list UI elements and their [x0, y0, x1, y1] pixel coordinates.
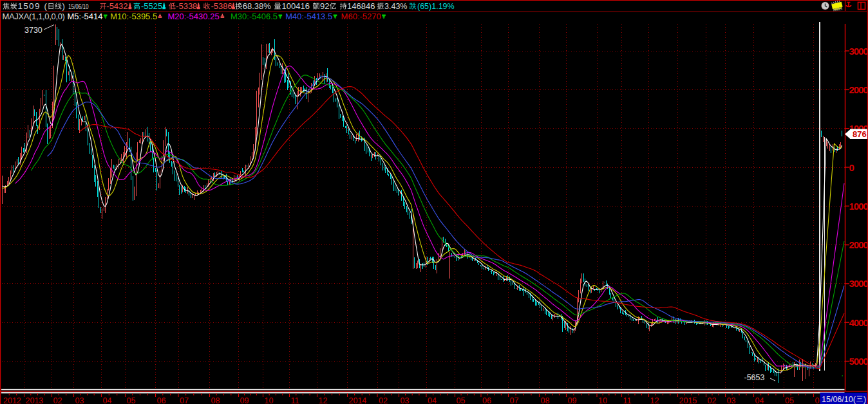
- svg-text:5000: 5000: [849, 356, 868, 367]
- svg-text:2000: 2000: [849, 84, 868, 95]
- svg-text:-5432: -5432: [106, 1, 127, 11]
- svg-text:06: 06: [482, 396, 491, 404]
- svg-text:04: 04: [755, 396, 764, 404]
- svg-text:05: 05: [785, 396, 794, 404]
- svg-text:09: 09: [240, 396, 249, 404]
- svg-text:2012: 2012: [3, 396, 21, 404]
- svg-text:2014: 2014: [349, 396, 367, 404]
- svg-text:02: 02: [53, 396, 62, 404]
- svg-text:(65)1.19%: (65)1.19%: [417, 2, 455, 11]
- svg-text:12: 12: [650, 396, 659, 404]
- svg-text:3.43%: 3.43%: [384, 2, 407, 11]
- svg-text:10: 10: [265, 396, 274, 404]
- svg-text:09: 09: [568, 396, 577, 404]
- svg-text:02: 02: [708, 396, 717, 404]
- svg-text:2015: 2015: [679, 396, 697, 404]
- svg-text:-5525: -5525: [141, 1, 162, 11]
- svg-text:2000: 2000: [849, 239, 868, 250]
- svg-text:11: 11: [623, 396, 632, 404]
- svg-text:M40:-5413.5: M40:-5413.5: [285, 12, 332, 21]
- svg-text:876: 876: [853, 129, 867, 139]
- svg-text:10: 10: [598, 396, 607, 404]
- svg-text:03: 03: [75, 396, 84, 404]
- svg-text:3730: 3730: [24, 26, 42, 35]
- svg-text:05: 05: [457, 396, 466, 404]
- svg-text:3000: 3000: [849, 46, 868, 57]
- svg-text:68.38%: 68.38%: [243, 1, 272, 11]
- svg-text:3000: 3000: [849, 278, 868, 289]
- svg-text:07: 07: [510, 396, 519, 404]
- svg-text:M30:-5406.5: M30:-5406.5: [231, 12, 278, 21]
- svg-text:M10:-5395.5: M10:-5395.5: [110, 12, 157, 21]
- svg-text:0: 0: [849, 162, 854, 173]
- svg-text:): ): [863, 395, 866, 404]
- svg-text:146846: 146846: [347, 1, 375, 11]
- svg-text:(: (: [44, 1, 48, 11]
- svg-text:92: 92: [320, 1, 329, 11]
- svg-text:11: 11: [291, 396, 299, 404]
- svg-text:-5653: -5653: [744, 373, 765, 382]
- svg-text:04: 04: [428, 396, 437, 404]
- svg-text:M60:-5270: M60:-5270: [341, 12, 381, 21]
- svg-text:1509: 1509: [17, 1, 39, 11]
- svg-text:15/06/10: 15/06/10: [68, 3, 89, 10]
- svg-text:100416: 100416: [282, 1, 310, 11]
- svg-text:2013: 2013: [26, 396, 44, 404]
- svg-text:15/06/10(: 15/06/10(: [822, 395, 856, 404]
- svg-text:-5386: -5386: [211, 1, 232, 11]
- svg-text:1000: 1000: [849, 201, 868, 212]
- svg-text:04: 04: [103, 396, 112, 404]
- svg-text:4000: 4000: [849, 317, 868, 328]
- svg-text:02: 02: [379, 396, 388, 404]
- svg-text:12: 12: [319, 396, 328, 404]
- svg-text:M20:-5430.25: M20:-5430.25: [167, 12, 219, 21]
- svg-text:08: 08: [541, 396, 550, 404]
- svg-text:-5338: -5338: [176, 1, 197, 11]
- svg-text:): ): [62, 1, 65, 11]
- svg-text:MAJXA(1,1,0,0,0): MAJXA(1,1,0,0,0): [3, 12, 65, 21]
- svg-text:M5:-5414: M5:-5414: [68, 12, 103, 21]
- svg-text:03: 03: [401, 396, 410, 404]
- svg-text:07: 07: [180, 396, 189, 404]
- svg-text:05: 05: [127, 396, 136, 404]
- svg-text:03: 03: [727, 396, 736, 404]
- svg-text:06: 06: [157, 396, 166, 404]
- svg-text:08: 08: [211, 396, 220, 404]
